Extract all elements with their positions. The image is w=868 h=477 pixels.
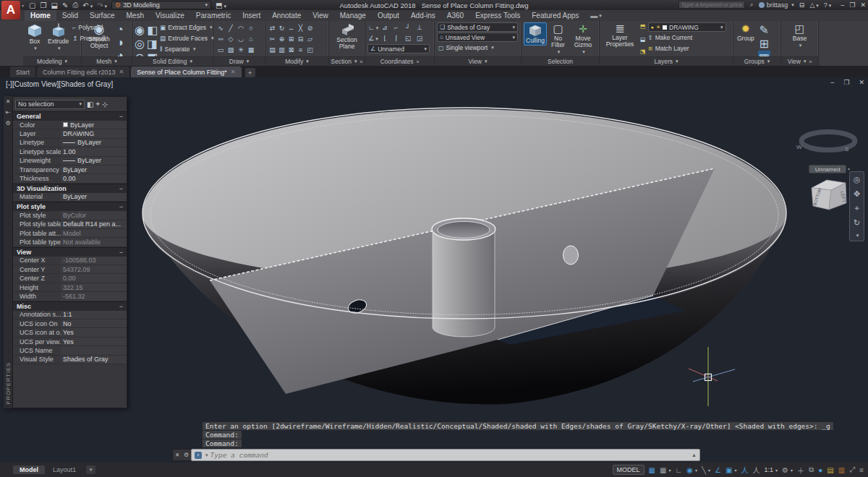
named-view-combo[interactable]: ⌂ Unsaved View ▾ <box>437 33 518 42</box>
file-tab-sense-of-place[interactable]: Sense of Place Column Fitting*✕ <box>131 66 241 77</box>
object-type-select[interactable]: No selection ▾ <box>15 100 85 109</box>
save-as-icon[interactable]: ✎ <box>62 1 68 9</box>
toggle-pickadd-icon[interactable]: ⊹ <box>102 100 108 108</box>
workspace-combo[interactable]: ⚙ 3D Modeling ▾ <box>111 1 211 9</box>
section-header-general[interactable]: General− <box>13 111 127 121</box>
no-filter-button[interactable]: ▢ No Filter▾ <box>549 22 567 55</box>
ellipse-icon[interactable]: ◇ <box>229 35 234 43</box>
tab-visualize[interactable]: Visualize <box>150 10 190 21</box>
layout-tab-model[interactable]: Model <box>13 465 45 474</box>
array-icon[interactable]: ▤ <box>269 46 276 53</box>
new-layout-button[interactable]: + <box>86 465 95 474</box>
quick-select-icon[interactable]: ◧ <box>87 100 93 108</box>
gradient-icon[interactable]: ▦ <box>248 46 255 53</box>
search-icon[interactable]: ⌕ <box>750 1 754 9</box>
collapse-icon[interactable]: − <box>119 303 123 310</box>
mesh-crease-icon[interactable]: ◑ <box>116 36 124 49</box>
move-icon[interactable]: ⇄ <box>270 25 276 32</box>
prop-row-visual-style[interactable]: Visual StyleShades of Gray <box>13 356 127 364</box>
prop-row-ucs-icon-on[interactable]: UCS icon OnNo <box>13 319 127 328</box>
app-store-cart-icon[interactable]: ⊟ <box>799 1 805 9</box>
line-icon[interactable]: ╱ <box>229 25 232 32</box>
arc-icon[interactable]: ◠ <box>238 25 244 32</box>
prop-row-ucs-name[interactable]: UCS Name <box>13 346 127 355</box>
grid-display-icon[interactable]: ▦ <box>649 466 655 474</box>
mesh-refine-icon[interactable]: ◔ <box>116 23 124 36</box>
drawing-viewport[interactable]: W S BOTTOM LEFT [-][Custom View][Shades … <box>0 77 868 463</box>
erase-icon[interactable]: ⊘ <box>307 25 313 32</box>
isometric-drafting-icon[interactable]: ∠ <box>715 466 721 474</box>
panel-caption-selection[interactable]: Selection <box>522 56 599 66</box>
move-gizmo-button[interactable]: ✛ Move Gizmo▾ <box>569 22 597 55</box>
tab-output[interactable]: Output <box>372 10 405 21</box>
layout-tab-layout1[interactable]: Layout1 <box>46 465 82 474</box>
section-header-3d-visualization[interactable]: 3D Visualization− <box>13 184 127 193</box>
tab-solid[interactable]: Solid <box>56 10 84 21</box>
collapse-icon[interactable]: − <box>119 249 123 256</box>
close-tab-icon[interactable]: ✕ <box>231 69 236 75</box>
panel-caption-modify[interactable]: Modify▾ <box>265 56 328 66</box>
polar-tracking-icon[interactable]: ◉▾ <box>686 466 697 474</box>
mirror-icon[interactable]: ⊕ <box>279 35 285 43</box>
collapse-icon[interactable]: − <box>119 203 123 210</box>
clean-screen-icon[interactable]: ▤ <box>827 466 833 474</box>
annotation-monitor-icon[interactable]: ＋ <box>797 465 804 476</box>
save-icon[interactable]: ⬓ <box>51 1 57 9</box>
compass-south-label[interactable]: S <box>845 146 848 152</box>
ungroup-icon[interactable]: ✎ <box>758 23 770 37</box>
panel-caption-modeling[interactable]: Modeling▾ <box>23 56 81 66</box>
ucs-y-icon[interactable]: ⌈ <box>395 35 398 42</box>
rotate-icon[interactable]: ↻ <box>279 25 285 32</box>
file-tab-column-fitting[interactable]: Column Fitting edit r2013✕ <box>37 66 129 77</box>
palette-settings-icon[interactable]: ⚙ <box>5 120 10 126</box>
prop-row-material[interactable]: MaterialByLayer <box>13 193 127 202</box>
viewport-config-button[interactable]: ▢ Single viewport ▾ <box>437 43 518 53</box>
tab-parametric[interactable]: Parametric <box>190 10 237 21</box>
hatch-icon[interactable]: ▨ <box>228 46 234 53</box>
new-drawing-tab-button[interactable]: + <box>245 68 255 77</box>
visual-style-combo[interactable]: ❏ Shades of Gray ▾ <box>437 22 518 32</box>
graphics-performance-icon[interactable]: ● <box>818 466 822 474</box>
chamfer-icon[interactable]: ⊟ <box>298 35 304 43</box>
ucs-x-icon[interactable]: ⌊ <box>383 35 386 42</box>
snap-mode-icon[interactable]: ▦▾ <box>660 466 671 474</box>
section-plane-button[interactable]: Section Plane <box>332 22 362 51</box>
panel-caption-layers[interactable]: Layers▾ <box>600 56 733 66</box>
command-customize-icon[interactable]: ⚙ <box>184 452 189 458</box>
culling-button[interactable]: Culling <box>524 22 547 46</box>
polyline-icon[interactable]: ∿ <box>218 25 224 32</box>
command-input[interactable] <box>210 451 690 459</box>
annotation-scale-button[interactable]: 1:1▾ <box>765 466 778 473</box>
ucs-icon[interactable]: ⊿ <box>382 24 388 31</box>
collapse-icon[interactable]: − <box>119 113 123 120</box>
application-menu-button[interactable]: A <box>1 1 20 20</box>
panel-caption-view[interactable]: View▾ <box>435 56 521 66</box>
collapse-icon[interactable]: − <box>119 185 123 192</box>
prop-row-center-y[interactable]: Center Y54372.09 <box>13 265 127 274</box>
orbit-icon[interactable]: ↻ <box>854 218 860 228</box>
ucs-previous-icon[interactable]: ⌐ <box>394 24 398 31</box>
select-objects-icon[interactable]: ⌖ <box>95 100 100 108</box>
prop-row-ucs-icon-origin[interactable]: UCS icon at o...Yes <box>13 328 127 337</box>
tab-express-tools[interactable]: Express Tools <box>469 10 526 21</box>
navbar-more-icon[interactable]: ▾ <box>856 233 859 239</box>
steering-wheel-icon[interactable]: ◎ <box>854 175 861 184</box>
section-header-view[interactable]: View− <box>13 247 127 257</box>
hardware-acceleration-icon[interactable]: ▥ <box>838 466 845 474</box>
prop-row-ucs-per-viewport[interactable]: UCS per view...Yes <box>13 338 127 346</box>
thicken-icon[interactable]: ◨ <box>147 37 158 51</box>
prop-row-plot-style-table[interactable]: Plot style tableDefault R14 pen a... <box>13 220 127 229</box>
workspace-switching-icon[interactable]: ⚙▾ <box>782 466 793 474</box>
extract-edges-button[interactable]: ▣Extract Edges▾ <box>160 22 213 33</box>
separate-button[interactable]: ‖Separate▾ <box>160 44 213 54</box>
doc-restore-button[interactable]: ❐ <box>843 79 849 86</box>
panel-caption-mesh[interactable]: Mesh▾ <box>82 56 132 66</box>
make-current-button[interactable]: ⇪Make Current <box>648 33 731 43</box>
point-icon[interactable]: ✳ <box>238 46 244 53</box>
tab-surface[interactable]: Surface <box>84 10 120 21</box>
recent-commands-icon[interactable]: ▾ <box>205 452 208 458</box>
panel-caption-solid-editing[interactable]: Solid Editing▾ <box>132 56 213 66</box>
open-file-icon[interactable]: ❐ <box>40 1 46 9</box>
annotation-autoscale-icon[interactable]: 人 <box>753 465 760 476</box>
ucs-z-axis-icon[interactable]: ⊥ <box>417 24 422 31</box>
